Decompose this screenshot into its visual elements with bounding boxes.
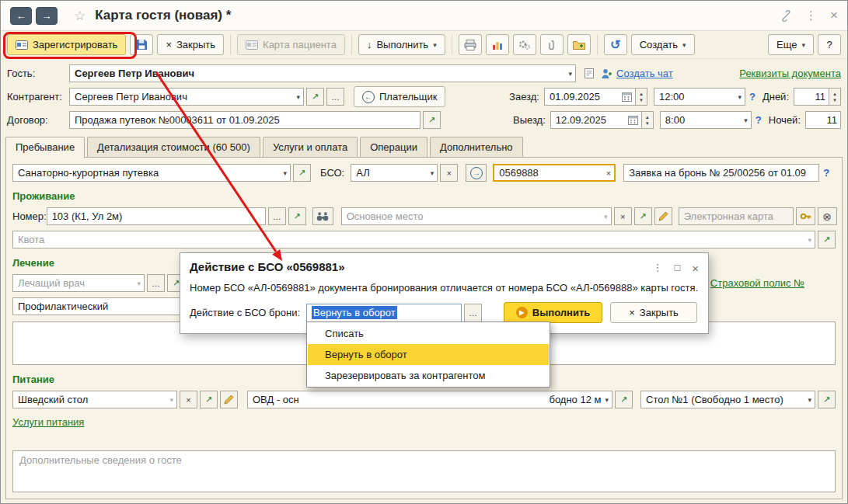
calendar-icon[interactable] [622,92,632,102]
main-place-field[interactable]: Основное место ▾ [341,207,612,225]
chevron-down-icon[interactable]: ▾ [808,236,811,244]
bso-number-field[interactable]: 0569888 × [493,164,616,182]
tab-uslugi-i-oplata[interactable]: Услуги и оплата [263,137,358,157]
close-button[interactable]: × Закрыть [157,34,224,55]
room-search-button[interactable] [312,207,333,225]
chevron-down-icon[interactable]: ▾ [431,169,434,177]
chevron-down-icon[interactable]: ▾ [808,396,811,404]
booking-request-field[interactable]: Заявка на бронь № 25/00256 от 01.09 [623,164,819,182]
days-field[interactable]: 11 [794,88,829,106]
execute-menu-button[interactable]: ↓ Выполнить ▾ [358,34,445,55]
room-field[interactable]: 103 (К1, Ул 2м) [47,207,266,225]
document-icon[interactable] [584,68,595,79]
folder-add-button[interactable] [567,34,591,55]
clear-button[interactable]: × [614,207,632,225]
checkout-date-spinner[interactable]: ▴▾ [642,111,654,129]
tab-detalizaciya-stoimosti[interactable]: Детализация стоимости (60 500) [87,137,260,157]
print-button[interactable] [459,34,482,55]
transfer-bso-button[interactable]: → [466,164,487,182]
electronic-card-field[interactable]: Электронная карта [679,207,794,225]
checkin-time-field[interactable]: 12:00 ▾ [654,88,745,106]
open-button[interactable]: ↗ [818,391,836,408]
edit-button[interactable] [654,207,672,225]
option-zarezervirovat[interactable]: Зарезервировать за контрагентом [308,365,549,386]
guest-notes-area[interactable]: Дополнительные сведения о госте [12,450,836,492]
option-vernut-v-oborot[interactable]: Вернуть в оборот [308,344,549,365]
checkout-time-field[interactable]: 8:00 ▾ [660,111,752,129]
patient-card-button[interactable]: Карта пациента [237,34,345,55]
chevron-down-icon[interactable]: ▾ [568,70,572,78]
quota-field[interactable]: Квота ▾ [12,231,815,249]
card-disable-button[interactable]: ⊗ [818,207,837,225]
key-button[interactable] [796,207,815,225]
open-button[interactable]: ↗ [200,391,218,408]
chart-button[interactable] [486,34,509,55]
dialog-execute-button[interactable]: ▶ Выполнить [504,302,602,323]
document-requisites-link[interactable]: Реквизиты документа [739,68,841,79]
tab-prebyvanie[interactable]: Пребывание [5,137,85,158]
window-menu-icon[interactable]: ⋮ [805,9,817,23]
table-field[interactable]: Стол №1 (Свободно 1 место) ▾ [640,391,815,408]
bso-series-field[interactable]: АЛ ▾ [351,164,438,182]
settings-button[interactable] [513,34,536,55]
days-spinner[interactable]: ▴▾ [829,88,841,106]
checkin-date-spinner[interactable]: ▴▾ [636,88,647,106]
open-button[interactable]: ↗ [293,164,311,182]
checkout-date-field[interactable]: 12.09.2025 [550,111,642,129]
favorite-star-icon[interactable]: ☆ [74,8,85,24]
open-button[interactable]: ↗ [634,207,652,225]
checkout-help-icon[interactable]: ? [756,114,762,126]
bso-help-icon[interactable]: ? [823,167,829,179]
guest-field[interactable]: Сергеев Петр Иванович ▾ [69,64,576,82]
choose-button[interactable]: … [147,274,165,292]
action-choose-button[interactable]: … [464,304,482,322]
chevron-down-icon[interactable]: ▾ [744,116,748,124]
choose-button[interactable]: … [268,207,286,225]
chevron-down-icon[interactable]: ▾ [283,169,287,177]
dialog-menu-icon[interactable]: ⋮ [652,262,662,275]
option-spisat[interactable]: Списать [308,323,549,344]
tab-operacii[interactable]: Операции [360,137,427,157]
chevron-down-icon[interactable]: ▾ [137,280,141,287]
voucher-type-field[interactable]: Санаторно-курортная путевка ▾ [12,164,291,182]
contragent-field[interactable]: Сергеев Петр Иванович ▾ [69,88,304,106]
open-button[interactable]: ↗ [615,391,633,408]
more-menu-button[interactable]: Еще ▾ [768,34,814,55]
attachment-button[interactable] [540,34,564,55]
action-field[interactable]: Вернуть в оборот [306,304,462,322]
checkin-help-icon[interactable]: ? [749,91,756,103]
diet-field[interactable]: ОВД - осн бодно 12 м ▾ [247,391,612,408]
dialog-close-icon[interactable]: × [692,262,699,275]
create-menu-button[interactable]: Создать ▾ [631,34,695,55]
open-button[interactable]: ↗ [818,231,836,249]
insurance-policy-link[interactable]: Страховой полис № [710,277,804,289]
open-button[interactable]: ↗ [288,207,306,225]
contract-field[interactable]: Продажа путевок №00003611 от 01.09.2025 [69,111,421,129]
register-button[interactable]: Зарегистрировать [7,34,126,55]
nights-field[interactable]: 11 [805,111,841,129]
chevron-down-icon[interactable]: ▾ [605,396,609,404]
save-button[interactable] [130,34,153,55]
chevron-down-icon[interactable]: ▾ [296,93,300,101]
meal-services-link[interactable]: Услуги питания [12,416,84,428]
calendar-icon[interactable] [628,115,638,125]
history-button[interactable]: ↺ [604,34,627,55]
tab-dopolnitelno[interactable]: Дополнительно [430,137,523,157]
clear-button[interactable]: × [440,164,458,182]
back-button[interactable]: ← [10,7,32,25]
payer-button[interactable]: ← Плательщик [354,86,445,107]
forward-button[interactable]: → [36,7,58,25]
choose-button[interactable]: … [326,88,344,106]
create-chat-link[interactable]: Создать чат [616,68,673,79]
checkin-date-field[interactable]: 01.09.2025 [544,88,636,106]
doctor-field[interactable]: Лечащий врач ▾ [12,274,145,292]
chevron-down-icon[interactable]: ▾ [604,213,608,221]
meal-type-field[interactable]: Шведский стол ▾ [12,391,177,408]
dialog-close-button[interactable]: × Закрыть [610,302,697,323]
help-button[interactable]: ? [818,34,841,55]
clear-button[interactable]: × [180,391,197,408]
dialog-maximize-icon[interactable]: □ [674,262,680,275]
close-window-icon[interactable]: × [830,8,838,23]
chevron-down-icon[interactable]: ▾ [738,93,742,101]
open-button[interactable]: ↗ [423,111,441,129]
